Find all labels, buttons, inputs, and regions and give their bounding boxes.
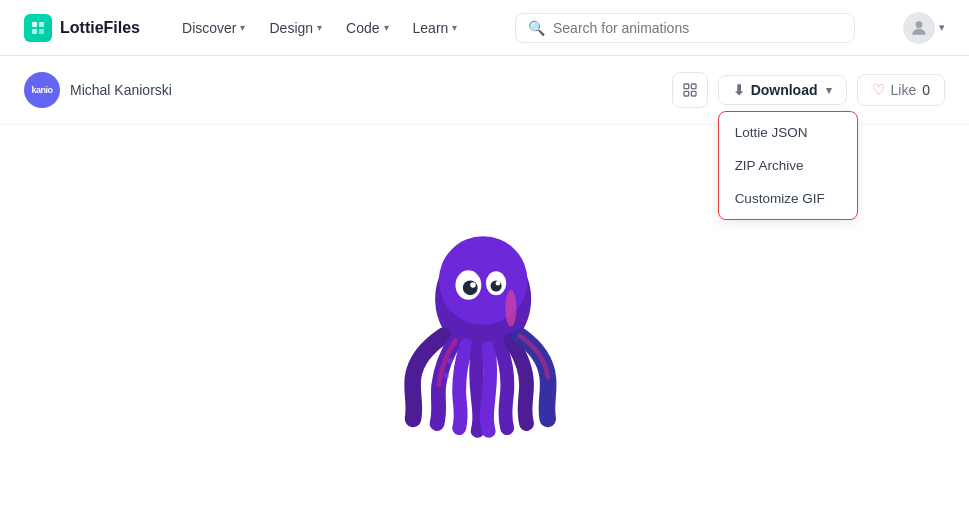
download-wrapper: ⬇ Download ▾ Lottie JSON ZIP Archive Cus… [718, 75, 847, 105]
nav-code[interactable]: Code ▾ [336, 14, 398, 42]
logo-icon [24, 14, 52, 42]
design-chevron-icon: ▾ [317, 22, 322, 33]
user-name: Michal Kaniorski [70, 82, 172, 98]
svg-point-18 [447, 358, 453, 364]
nav-design-label: Design [269, 20, 313, 36]
discover-chevron-icon: ▾ [240, 22, 245, 33]
nav-learn-label: Learn [413, 20, 449, 36]
svg-point-16 [495, 281, 500, 286]
dropdown-customize-gif[interactable]: Customize GIF [719, 182, 857, 215]
avatar [903, 12, 935, 44]
svg-rect-3 [39, 29, 44, 34]
nav-discover-label: Discover [182, 20, 236, 36]
nav-design[interactable]: Design ▾ [259, 14, 332, 42]
dropdown-zip-archive[interactable]: ZIP Archive [719, 149, 857, 182]
download-dropdown: Lottie JSON ZIP Archive Customize GIF [718, 111, 858, 220]
svg-point-13 [462, 280, 477, 295]
svg-rect-2 [32, 29, 37, 34]
nav-discover[interactable]: Discover ▾ [172, 14, 255, 42]
download-icon: ⬇ [733, 82, 745, 98]
download-chevron-icon: ▾ [826, 84, 832, 97]
user-initials: kanio [31, 85, 52, 95]
heart-icon: ♡ [872, 81, 885, 99]
user-info: kanio Michal Kaniorski [24, 72, 172, 108]
svg-rect-6 [691, 84, 696, 89]
dropdown-lottie-json[interactable]: Lottie JSON [719, 116, 857, 149]
nav-learn[interactable]: Learn ▾ [403, 14, 468, 42]
svg-rect-5 [684, 84, 689, 89]
learn-chevron-icon: ▾ [452, 22, 457, 33]
search-input[interactable] [553, 20, 842, 36]
download-label: Download [751, 82, 818, 98]
animation-preview[interactable] [345, 182, 625, 462]
svg-rect-7 [691, 91, 696, 96]
user-avatar-area[interactable]: ▾ [903, 12, 945, 44]
nav-links: Discover ▾ Design ▾ Code ▾ Learn ▾ [172, 14, 467, 42]
like-label: Like [891, 82, 917, 98]
share-button[interactable] [672, 72, 708, 108]
search-bar[interactable]: 🔍 [515, 13, 855, 43]
logo[interactable]: LottieFiles [24, 14, 140, 42]
user-avatar: kanio [24, 72, 60, 108]
svg-point-17 [505, 290, 516, 327]
search-icon: 🔍 [528, 20, 545, 36]
navbar: LottieFiles Discover ▾ Design ▾ Code ▾ L… [0, 0, 969, 56]
avatar-chevron-icon: ▾ [939, 21, 945, 34]
action-buttons: ⬇ Download ▾ Lottie JSON ZIP Archive Cus… [672, 72, 945, 108]
nav-code-label: Code [346, 20, 379, 36]
brand-name: LottieFiles [60, 19, 140, 37]
download-button[interactable]: ⬇ Download ▾ [718, 75, 847, 105]
svg-rect-8 [684, 91, 689, 96]
svg-rect-0 [32, 22, 37, 27]
code-chevron-icon: ▾ [384, 22, 389, 33]
svg-point-15 [470, 282, 476, 288]
like-count: 0 [922, 82, 930, 98]
subheader: kanio Michal Kaniorski ⬇ Download ▾ Lott… [0, 56, 969, 125]
svg-point-19 [443, 373, 449, 379]
svg-rect-1 [39, 22, 44, 27]
like-button[interactable]: ♡ Like 0 [857, 74, 945, 106]
svg-point-4 [916, 21, 923, 28]
octopus-illustration [365, 202, 605, 442]
